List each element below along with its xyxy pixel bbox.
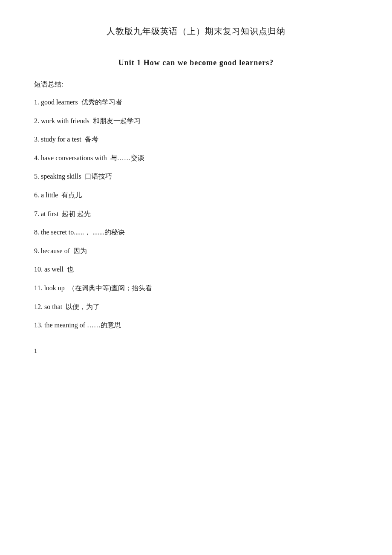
phrase-english: 2. work with friends bbox=[34, 117, 89, 124]
phrase-english: 8. the secret to......， .......的秘诀 bbox=[34, 228, 125, 236]
phrase-chinese: 起初 起先 bbox=[62, 210, 91, 217]
phrases-list: 1. good learners优秀的学习者2. work with frien… bbox=[34, 97, 358, 331]
phrase-item: 3. study for a test备考 bbox=[34, 134, 358, 145]
phrase-english: 12. so that bbox=[34, 303, 62, 310]
phrase-english: 4. have conversations with bbox=[34, 154, 107, 162]
phrase-english: 11. look up bbox=[34, 284, 65, 292]
phrase-english: 7. at first bbox=[34, 210, 58, 217]
phrase-english: 6. a little bbox=[34, 191, 58, 199]
phrase-item: 4. have conversations with与……交谈 bbox=[34, 153, 358, 164]
phrase-item: 13. the meaning of ……的意思 bbox=[34, 320, 358, 331]
phrase-item: 5. speaking skills口语技巧 bbox=[34, 171, 358, 182]
phrase-english: 10. as well bbox=[34, 266, 63, 273]
phrase-item: 12. so that以便，为了 bbox=[34, 301, 358, 312]
phrase-english: 13. the meaning of ……的意思 bbox=[34, 321, 121, 329]
phrase-item: 11. look up（在词典中等)查阅；抬头看 bbox=[34, 283, 358, 294]
phrase-chinese: 以便，为了 bbox=[66, 303, 100, 310]
unit-title: Unit 1 How can we become good learners? bbox=[34, 58, 358, 67]
phrase-chinese: 因为 bbox=[73, 247, 87, 254]
phrase-chinese: 和朋友一起学习 bbox=[93, 117, 141, 124]
phrase-english: 9. because of bbox=[34, 247, 70, 254]
phrase-english: 3. study for a test bbox=[34, 136, 81, 143]
page-number: 1 bbox=[34, 348, 358, 355]
phrase-item: 1. good learners优秀的学习者 bbox=[34, 97, 358, 108]
section-heading: 短语总结: bbox=[34, 80, 358, 89]
phrase-item: 6. a little有点儿 bbox=[34, 190, 358, 201]
phrase-item: 9. because of因为 bbox=[34, 246, 358, 257]
phrase-english: 1. good learners bbox=[34, 98, 78, 106]
phrase-chinese: 优秀的学习者 bbox=[81, 98, 122, 106]
phrase-chinese: 有点儿 bbox=[61, 191, 82, 199]
phrase-chinese: （在词典中等)查阅；抬头看 bbox=[68, 284, 152, 292]
phrase-chinese: 与……交谈 bbox=[110, 154, 144, 162]
phrase-item: 2. work with friends和朋友一起学习 bbox=[34, 116, 358, 127]
phrase-english: 5. speaking skills bbox=[34, 173, 81, 180]
page-title: 人教版九年级英语（上）期末复习知识点归纳 bbox=[34, 26, 358, 37]
phrase-item: 8. the secret to......， .......的秘诀 bbox=[34, 227, 358, 238]
phrase-chinese: 备考 bbox=[85, 136, 98, 143]
phrase-chinese: 也 bbox=[67, 266, 74, 273]
phrase-chinese: 口语技巧 bbox=[85, 173, 112, 180]
phrase-item: 7. at first起初 起先 bbox=[34, 208, 358, 220]
phrase-item: 10. as well也 bbox=[34, 264, 358, 275]
